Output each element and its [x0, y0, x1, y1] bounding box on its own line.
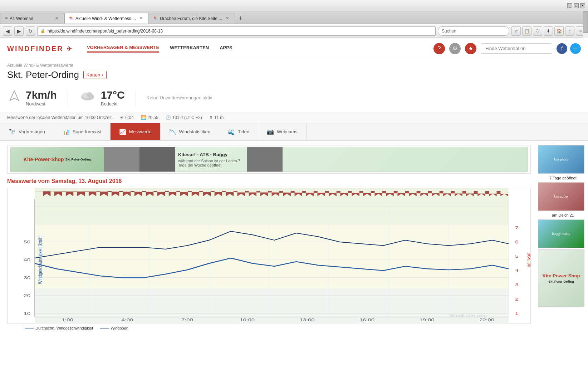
clock-icon: 🕙: [166, 115, 171, 120]
download-btn[interactable]: ⬇: [544, 26, 553, 36]
temp-info: 17°C Bedeckt: [101, 89, 125, 107]
condition: Bedeckt: [101, 101, 125, 107]
sidebar-ad-4: Kite-Power-Shop Skt.Peter-Ording: [538, 249, 584, 307]
svg-text:2: 2: [515, 297, 518, 301]
wind-direction: Nordwest: [26, 101, 57, 107]
svg-text:4: 4: [515, 268, 518, 273]
webcams-icon: 📷: [267, 128, 274, 135]
maximize-btn[interactable]: □: [574, 3, 579, 8]
tab-close-1[interactable]: ✕: [54, 15, 60, 21]
tab-title-2: Aktuelle Wind- & Wettermess....: [75, 16, 136, 21]
content-area: Kite-Power-Shop Skt.Peter-Ording Kitesur…: [0, 141, 538, 337]
maps-link-label: Karten: [87, 72, 100, 78]
sidebar-ad-2: kite surfer: [538, 182, 584, 211]
station-search[interactable]: [481, 43, 552, 54]
tab-vorhersagen[interactable]: 🔭 Vorhersagen: [0, 123, 54, 140]
temperature: 17°C: [101, 89, 125, 101]
svg-text:40: 40: [24, 258, 30, 262]
minimize-btn[interactable]: _: [567, 3, 572, 8]
home-btn[interactable]: 🏠: [554, 26, 564, 36]
refresh-btn[interactable]: ↻: [26, 26, 35, 36]
ad-sub: während der Saison ist der Laden 7 Tage …: [178, 159, 244, 167]
legend-gusts-label: Windböen: [111, 326, 128, 330]
twitter-btn[interactable]: 🐦: [570, 43, 581, 54]
site-logo[interactable]: WINDFINDER ✈: [7, 44, 73, 53]
star-btn[interactable]: ☆: [511, 26, 521, 36]
tab-messwerte[interactable]: 📈 Messwerte: [111, 123, 161, 140]
sidebar-ad-3: buggy racing: [538, 219, 584, 248]
browser-tab-3[interactable]: 🪁 Drachen Forum, die Kite Seite.... ✕: [149, 13, 235, 24]
address-text: https://de.windfinder.com/report/skt_pet…: [48, 29, 163, 34]
breadcrumb: Aktuelle Wind- & Wettermesswerte: [7, 63, 581, 68]
browser-search-input[interactable]: [438, 26, 509, 36]
svg-text:22:00: 22:00: [479, 318, 494, 322]
tiden-icon: 🌊: [228, 128, 235, 135]
back-btn[interactable]: ◀: [3, 26, 12, 36]
svg-point-3: [87, 92, 92, 97]
scrollbar-thumb[interactable]: [583, 11, 588, 33]
cloud-icon: [79, 89, 97, 107]
page-title: Skt. Peter-Ording: [7, 69, 79, 80]
tab-close-2[interactable]: ✕: [138, 15, 144, 21]
svg-text:5: 5: [515, 254, 518, 258]
ad-shop-logo: Kite-Power-Shop: [24, 157, 64, 162]
title-bar: _ □ ✕: [0, 0, 588, 11]
nav-vorhersagen[interactable]: VORHERSAGEN & MESSWERTE: [87, 45, 159, 53]
nav-apps[interactable]: APPS: [220, 45, 232, 52]
chart-title: Messwerte vom Samstag, 13. August 2016: [7, 178, 531, 184]
sync-btn[interactable]: ↕: [565, 26, 574, 36]
current-time: 10:54 (UTC +2): [172, 115, 202, 120]
alert-text: Keine Unwetterwarnungen aktiv: [147, 95, 212, 100]
page-content: WINDFINDER ✈ VORHERSAGEN & MESSWERTE WET…: [0, 38, 588, 376]
superforecast-icon: 📊: [63, 128, 70, 135]
browser-tab-2[interactable]: 🪁 Aktuelle Wind- & Wettermess.... ✕: [64, 13, 149, 24]
forward-btn[interactable]: ▶: [14, 26, 24, 36]
favorites-btn[interactable]: ★: [465, 43, 476, 54]
shield-btn[interactable]: 🛡: [533, 26, 542, 36]
address-bar[interactable]: 🔒 https://de.windfinder.com/report/skt_p…: [37, 26, 436, 36]
browser-frame: _ □ ✕ ✉ A1 Webmail ✕ 🪁 Aktuelle Wind- & …: [0, 0, 588, 376]
svg-text:19:00: 19:00: [420, 318, 435, 322]
social-icons: f 🐦: [557, 43, 581, 54]
logo-text: WINDFINDER: [7, 45, 64, 53]
page-header: Aktuelle Wind- & Wettermesswerte Skt. Pe…: [0, 59, 588, 80]
sunset-item: 🌅 20:55: [141, 115, 158, 120]
tab-webcams[interactable]: 📷 Webcams: [258, 123, 307, 140]
svg-text:20: 20: [24, 293, 30, 298]
wind-section: 7km/h Nordwest: [7, 89, 68, 107]
nav-wetterkarten[interactable]: WETTERKARTEN: [170, 45, 209, 52]
lock-icon: 🔒: [40, 29, 45, 33]
main-content: Kite-Power-Shop Skt.Peter-Ording Kitesur…: [0, 141, 588, 337]
tab-favicon-2: 🪁: [69, 16, 73, 20]
altitude-item: ⬆ 11 m: [209, 115, 224, 120]
legend-gusts-line: [100, 328, 109, 328]
main-nav: VORHERSAGEN & MESSWERTE WETTERKARTEN APP…: [87, 45, 232, 53]
legend-gusts: Windböen: [100, 326, 128, 330]
tab-windstatistiken[interactable]: 📉 Windstatistiken: [161, 123, 219, 140]
legend-avg-label: Durchschn. Windgeschwindigkeit: [35, 326, 93, 330]
logo-plane: ✈: [67, 45, 73, 53]
tab-windstatistiken-label: Windstatistiken: [179, 129, 210, 134]
alert-section: Keine Unwetterwarnungen aktiv: [136, 87, 581, 108]
settings-btn[interactable]: ⚙: [449, 43, 461, 54]
header-right: ? ⚙ ★ f 🐦: [433, 43, 581, 54]
station-info: Messwerte der lokalen Wetterstation um 1…: [0, 112, 588, 123]
svg-rect-6: [35, 288, 509, 324]
svg-text:13:00: 13:00: [300, 318, 315, 322]
chart-legend: Durchschn. Windgeschwindigkeit Windböen: [7, 324, 531, 330]
tab-close-3[interactable]: ✕: [224, 15, 230, 21]
close-btn[interactable]: ✕: [580, 3, 585, 8]
tab-superforecast[interactable]: 📊 Superforecast: [54, 123, 111, 140]
messwerte-icon: 📈: [119, 128, 126, 135]
sunrise-item: ☀ 6:04: [120, 115, 133, 120]
facebook-btn[interactable]: f: [557, 43, 567, 54]
bookmark-btn[interactable]: 📋: [522, 26, 531, 36]
weather-main: 7km/h Nordwest 17°C Bedeckt: [0, 83, 588, 112]
tab-tiden[interactable]: 🌊 Tiden: [219, 123, 258, 140]
new-tab-btn[interactable]: +: [235, 13, 246, 24]
svg-text:7:00: 7:00: [181, 318, 193, 322]
browser-tab-1[interactable]: ✉ A1 Webmail ✕: [0, 13, 64, 24]
maps-link[interactable]: Karten ›: [83, 71, 107, 79]
vorhersagen-icon: 🔭: [9, 128, 16, 135]
help-btn[interactable]: ?: [433, 43, 445, 54]
